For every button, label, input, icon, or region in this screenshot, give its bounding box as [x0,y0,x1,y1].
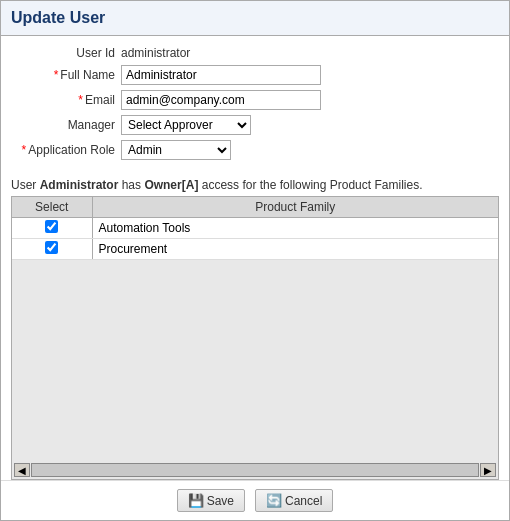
email-label: *Email [11,93,121,107]
user-id-label: User Id [11,46,121,60]
info-username: Administrator [40,178,119,192]
product-family-cell: Automation Tools [92,218,498,239]
product-family-cell: Procurement [92,239,498,260]
page-title: Update User [1,1,509,36]
email-row: *Email [11,90,499,110]
manager-label: Manager [11,118,121,132]
scroll-track[interactable] [31,463,479,477]
info-text: User Administrator has Owner[A] access f… [1,170,509,196]
app-role-label: *Application Role [11,143,121,157]
app-role-select[interactable]: Admin [121,140,231,160]
table-body: Automation ToolsProcurement [12,218,498,260]
user-id-row: User Id administrator [11,46,499,60]
full-name-row: *Full Name [11,65,499,85]
product-family-checkbox[interactable] [45,220,58,233]
col-header-product-family: Product Family [92,197,498,218]
scroll-left-button[interactable]: ◀ [14,463,30,477]
select-cell [12,239,92,260]
save-icon: 💾 [188,493,204,508]
save-button[interactable]: 💾 Save [177,489,245,512]
product-family-checkbox[interactable] [45,241,58,254]
table-row: Procurement [12,239,498,260]
email-input[interactable] [121,90,321,110]
table-header-row: Select Product Family [12,197,498,218]
save-label: Save [207,494,234,508]
manager-row: Manager Select Approver [11,115,499,135]
full-name-label: *Full Name [11,68,121,82]
table-row: Automation Tools [12,218,498,239]
required-star-role: * [22,143,27,157]
footer-area: 💾 Save 🔄 Cancel [1,480,509,520]
cancel-label: Cancel [285,494,322,508]
cancel-button[interactable]: 🔄 Cancel [255,489,333,512]
app-role-row: *Application Role Admin [11,140,499,160]
table-scroll-area[interactable]: Select Product Family Automation ToolsPr… [12,197,498,461]
manager-select[interactable]: Select Approver [121,115,251,135]
product-family-table-container: Select Product Family Automation ToolsPr… [11,196,499,480]
scroll-right-button[interactable]: ▶ [480,463,496,477]
page-container: Update User User Id administrator *Full … [0,0,510,521]
cancel-icon: 🔄 [266,493,282,508]
form-area: User Id administrator *Full Name *Email … [1,36,509,170]
info-access-type: Owner[A] [144,178,198,192]
required-star: * [54,68,59,82]
required-star-email: * [78,93,83,107]
horizontal-scrollbar: ◀ ▶ [12,461,498,479]
product-family-table: Select Product Family Automation ToolsPr… [12,197,498,260]
full-name-input[interactable] [121,65,321,85]
select-cell [12,218,92,239]
user-id-value: administrator [121,46,190,60]
col-header-select: Select [12,197,92,218]
